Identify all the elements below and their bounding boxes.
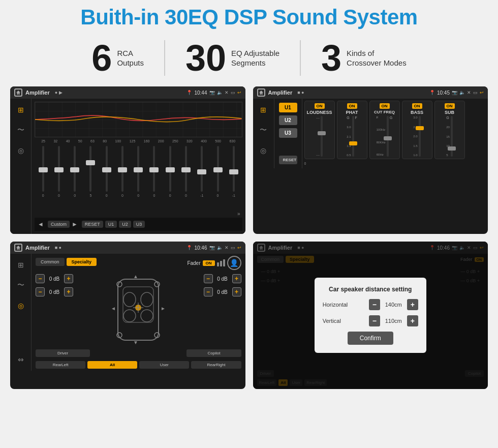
fader-tab-list: Common Specialty	[36, 258, 97, 266]
eq-location-icon: 📍	[186, 90, 192, 95]
fader-minus-tr[interactable]: −	[204, 274, 213, 283]
eq-dot-icons: ● ▶	[55, 90, 63, 95]
crossover-u1-btn[interactable]: U1	[279, 103, 297, 112]
dialog-horizontal-label: Horizontal	[323, 302, 353, 308]
fader-plus-br[interactable]: +	[232, 287, 241, 296]
fader-driver-btn[interactable]: Driver	[36, 349, 90, 357]
fader-all-btn[interactable]: All	[87, 361, 137, 369]
fader-label: Fader	[187, 260, 200, 266]
fader-speaker-icon[interactable]: ◎	[14, 298, 28, 313]
svg-point-5	[123, 310, 136, 322]
sub-on-badge[interactable]: ON	[445, 103, 455, 109]
crossover-speaker-icon[interactable]: ◎	[256, 143, 270, 158]
cutfreq-slider[interactable]: F100Hz80KHz60Hz G	[377, 115, 392, 157]
crossover-u-buttons: U1 U2 U3 RESET	[274, 99, 302, 168]
eq-sidebar-eq-icon[interactable]: ⊞	[14, 103, 28, 117]
eq-slider-7[interactable]: 0	[131, 146, 146, 209]
eq-prev-icon[interactable]: ◄	[38, 221, 44, 228]
fader-eq-icon[interactable]: ⊞	[14, 258, 28, 272]
fader-copilot-btn[interactable]: Copilot	[186, 349, 241, 357]
eq-custom-btn[interactable]: Custom	[48, 221, 70, 228]
fader-plus-tl[interactable]: +	[64, 274, 73, 283]
dialog-horizontal-row: Horizontal − 140cm +	[323, 299, 418, 310]
eq-slider-5[interactable]: 0	[99, 146, 114, 209]
eq-slider-10[interactable]: 0	[178, 146, 193, 209]
sub-slider[interactable]: G2015105	[446, 116, 453, 157]
crossover-status-icons: 📍 10:45 📷 🔈 ✕ ▭ ↩	[429, 90, 484, 96]
dialog-horizontal-plus[interactable]: +	[407, 299, 418, 310]
eq-screen-body: ⊞ 〜 ◎	[10, 99, 245, 234]
eq-slider-2[interactable]: 0	[51, 146, 66, 209]
bass-slider[interactable]: 3.02.52.01.51.0	[413, 116, 420, 157]
fader-camera-icon: 📷	[209, 245, 215, 250]
crossover-rect-icon: ▭	[473, 90, 478, 95]
eq-sidebar-wave-icon[interactable]: 〜	[14, 123, 28, 137]
eq-sidebar-speaker-icon[interactable]: ◎	[14, 143, 28, 158]
eq-next-icon[interactable]: ►	[72, 221, 78, 228]
dialog-vertical-plus[interactable]: +	[407, 315, 418, 326]
tab-specialty[interactable]: Specialty	[67, 258, 97, 266]
eq-time: 10:44	[194, 90, 207, 96]
crossover-left-sidebar: ⊞ 〜 ◎	[253, 99, 274, 168]
phat-on-badge[interactable]: ON	[347, 103, 357, 109]
fader-left-controls: − 0 dB + − 0 dB +	[36, 274, 73, 345]
fader-plus-tr[interactable]: +	[232, 274, 241, 283]
crossover-home-icon[interactable]	[257, 88, 265, 97]
eq-graph	[35, 102, 242, 137]
crossover-u3-btn[interactable]: U3	[279, 128, 297, 138]
eq-slider-1[interactable]: 0	[36, 146, 50, 209]
crossover-modules-area: ON LOUDNESS —— ON PHAT G3	[302, 99, 488, 168]
svg-text:◄: ◄	[111, 306, 116, 311]
module-phat: ON PHAT G3.02.11.30.5 F	[337, 101, 367, 159]
cutfreq-on-badge[interactable]: ON	[380, 103, 390, 109]
eq-slider-9[interactable]: 0	[163, 146, 177, 209]
crossover-u2-btn[interactable]: U2	[279, 115, 297, 125]
fader-arrows-icon[interactable]: ⇔	[14, 352, 28, 367]
fader-plus-bl[interactable]: +	[64, 287, 73, 296]
loudness-slider[interactable]: ——	[316, 116, 323, 157]
fader-rearright-btn[interactable]: RearRight	[191, 361, 241, 369]
eq-expand-icon[interactable]: »	[237, 211, 240, 217]
fader-person-icon[interactable]: 👤	[227, 256, 241, 270]
crossover-reset-btn[interactable]: RESET	[279, 156, 297, 164]
eq-u1-btn[interactable]: U1	[105, 221, 117, 228]
fader-on-badge[interactable]: ON	[203, 260, 215, 266]
loudness-on-badge[interactable]: ON	[315, 103, 325, 109]
eq-slider-12[interactable]: 0	[210, 146, 225, 209]
fader-volume-icon: 🔈	[217, 245, 223, 250]
page-title: Buith-in 30EQ DSP Sound System	[80, 5, 417, 29]
eq-slider-11[interactable]: -1	[195, 146, 209, 209]
crossover-eq-icon[interactable]: ⊞	[256, 103, 270, 117]
fader-wave-icon[interactable]: 〜	[14, 278, 28, 292]
phat-slider[interactable]: G3.02.11.30.5 F	[347, 116, 357, 157]
stat-rca: 6 RCAOutputs	[71, 40, 164, 76]
eq-slider-8[interactable]: 0	[147, 146, 162, 209]
fader-user-btn[interactable]: User	[139, 361, 189, 369]
eq-u3-btn[interactable]: U3	[133, 221, 145, 228]
dialog-screen-card: Amplifier ■ ● 📍 10:46 📷 🔈 ✕ ▭ ↩ Common S…	[253, 242, 488, 389]
fader-minus-br[interactable]: −	[204, 287, 213, 296]
crossover-wave-icon[interactable]: 〜	[256, 123, 270, 137]
eq-slider-3[interactable]: 0	[68, 146, 82, 209]
svg-text:►: ►	[161, 306, 166, 311]
fader-x-icon: ✕	[225, 245, 229, 250]
crossover-reset-area: RESET	[279, 156, 297, 164]
eq-u2-btn[interactable]: U2	[119, 221, 131, 228]
bass-on-badge[interactable]: ON	[412, 103, 422, 109]
fader-rearleft-btn[interactable]: RearLeft	[36, 361, 85, 369]
eq-left-sidebar: ⊞ 〜 ◎	[10, 99, 32, 234]
eq-slider-13[interactable]: -1	[226, 146, 241, 209]
tab-common[interactable]: Common	[36, 258, 65, 266]
dialog-confirm-button[interactable]: Confirm	[348, 332, 393, 345]
eq-reset-btn[interactable]: RESET	[82, 221, 103, 228]
crossover-camera-icon: 📷	[452, 90, 457, 95]
fader-rect-icon: ▭	[231, 245, 235, 250]
eq-home-icon[interactable]	[14, 88, 22, 97]
dialog-vertical-minus[interactable]: −	[369, 315, 380, 326]
dialog-horizontal-minus[interactable]: −	[369, 299, 380, 310]
fader-home-icon[interactable]	[14, 244, 22, 252]
fader-minus-bl[interactable]: −	[36, 287, 45, 296]
fader-minus-tl[interactable]: −	[36, 274, 45, 283]
eq-slider-4[interactable]: 5	[83, 146, 98, 209]
eq-slider-6[interactable]: 0	[115, 146, 130, 209]
